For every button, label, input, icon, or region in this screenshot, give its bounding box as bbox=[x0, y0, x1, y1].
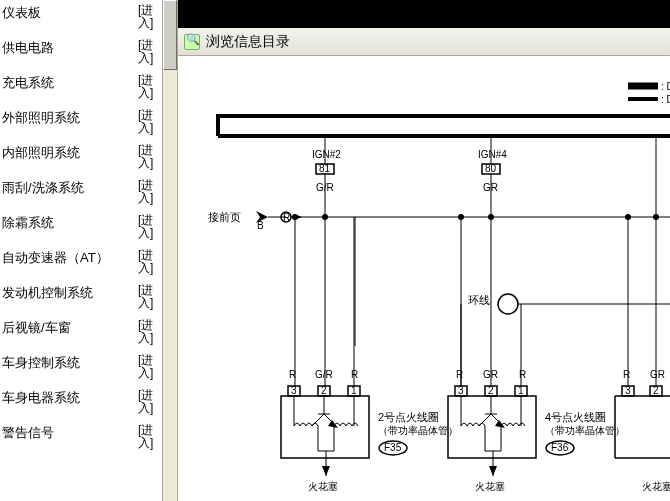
svg-text:1: 1 bbox=[518, 385, 524, 396]
coil2-title: 2号点火线圈 bbox=[378, 411, 439, 423]
sidebar-item-label: 自动变速器（AT） bbox=[2, 249, 109, 267]
svg-point-21 bbox=[292, 214, 298, 220]
sidebar-item-label: 发动机控制系统 bbox=[2, 284, 93, 302]
coil4-sub: （带功率晶体管） bbox=[545, 425, 625, 436]
sidebar-item-charging[interactable]: 充电系统[进入] bbox=[0, 70, 162, 105]
pin-label-r2: R bbox=[351, 369, 358, 380]
svg-text:火花塞: 火花塞 bbox=[642, 481, 670, 492]
svg-text:3: 3 bbox=[291, 385, 297, 396]
sidebar-item-body-elec[interactable]: 车身电器系统[进入] bbox=[0, 385, 162, 420]
sidebar-item-power[interactable]: 供电电路[进入] bbox=[0, 35, 162, 70]
svg-marker-34 bbox=[328, 420, 338, 428]
pin-81: 81 bbox=[319, 163, 331, 174]
svg-marker-67 bbox=[489, 466, 497, 476]
svg-text:2: 2 bbox=[653, 385, 659, 396]
coil-partial: R GR 3 2 火花塞 bbox=[615, 214, 670, 492]
legend-d: : D bbox=[661, 81, 670, 92]
coil-4-group: R GR R 3 2 1 4号点火 bbox=[448, 214, 625, 492]
label-gr-1: G/R bbox=[316, 182, 334, 193]
svg-text:3: 3 bbox=[458, 385, 464, 396]
sidebar-item-label: 仪表板 bbox=[2, 4, 41, 22]
sidebar-scrollbar[interactable] bbox=[162, 0, 178, 501]
sidebar-item-label: 警告信号 bbox=[2, 424, 54, 442]
sidebar-item-label: 车身电器系统 bbox=[2, 389, 80, 407]
sidebar-item-link[interactable]: [进入] bbox=[138, 144, 156, 170]
sidebar-item-label: 内部照明系统 bbox=[2, 144, 80, 162]
pin-label-gr2: GR bbox=[483, 369, 498, 380]
sidebar-item-engine[interactable]: 发动机控制系统[进入] bbox=[0, 280, 162, 315]
sidebar-item-link[interactable]: [进入] bbox=[138, 284, 156, 310]
svg-line-59 bbox=[479, 414, 491, 426]
sidebar-item-label: 供电电路 bbox=[2, 39, 54, 57]
sidebar-item-int-lighting[interactable]: 内部照明系统[进入] bbox=[0, 140, 162, 175]
svg-marker-60 bbox=[495, 420, 505, 428]
label-r-conn: R bbox=[283, 212, 290, 223]
browse-header: 浏览信息目录 bbox=[178, 28, 670, 56]
sidebar: 仪表板[进入] 供电电路[进入] 充电系统[进入] 外部照明系统[进入] 内部照… bbox=[0, 0, 162, 501]
svg-text:3: 3 bbox=[625, 385, 631, 396]
svg-text:1: 1 bbox=[351, 385, 357, 396]
svg-text:2: 2 bbox=[488, 385, 494, 396]
label-ign4: IGN#4 bbox=[478, 149, 507, 160]
main-panel: 浏览信息目录 : D : D IGN#2 81 G/R IGN#4 80 GR bbox=[178, 0, 670, 501]
search-icon bbox=[184, 34, 200, 50]
sidebar-item-link[interactable]: [进入] bbox=[138, 389, 156, 415]
legend-d2: : D bbox=[661, 94, 670, 105]
pin-label-r3: R bbox=[456, 369, 463, 380]
sidebar-item-link[interactable]: [进入] bbox=[138, 39, 156, 65]
coil-2-group: R G/R R 3 2 1 bbox=[281, 214, 458, 492]
wiring-diagram: : D : D IGN#2 81 G/R IGN#4 80 GR 接前页 bbox=[178, 56, 670, 501]
fuse-f36: F36 bbox=[551, 442, 569, 453]
svg-text:GR: GR bbox=[650, 369, 665, 380]
sidebar-item-at[interactable]: 自动变速器（AT）[进入] bbox=[0, 245, 162, 280]
sidebar-item-link[interactable]: [进入] bbox=[138, 319, 156, 345]
spark-plug-4: 火花塞 bbox=[475, 481, 505, 492]
sidebar-item-dashboard[interactable]: 仪表板[进入] bbox=[0, 0, 162, 35]
coil2-sub: （带功率晶体管） bbox=[378, 425, 458, 436]
sidebar-item-label: 雨刮/洗涤系统 bbox=[2, 179, 84, 197]
sidebar-item-wiper[interactable]: 雨刮/洗涤系统[进入] bbox=[0, 175, 162, 210]
pin-label-r: R bbox=[289, 369, 296, 380]
label-gr-2: GR bbox=[483, 182, 498, 193]
sidebar-item-label: 车身控制系统 bbox=[2, 354, 80, 372]
svg-marker-41 bbox=[322, 466, 330, 476]
header-title: 浏览信息目录 bbox=[206, 33, 290, 51]
sidebar-item-link[interactable]: [进入] bbox=[138, 109, 156, 135]
svg-text:R: R bbox=[623, 369, 630, 380]
sidebar-item-ext-lighting[interactable]: 外部照明系统[进入] bbox=[0, 105, 162, 140]
sidebar-item-label: 充电系统 bbox=[2, 74, 54, 92]
coil4-title: 4号点火线圈 bbox=[545, 411, 606, 423]
sidebar-item-mirror[interactable]: 后视镜/车窗[进入] bbox=[0, 315, 162, 350]
sidebar-item-label: 后视镜/车窗 bbox=[2, 319, 71, 337]
sidebar-item-link[interactable]: [进入] bbox=[138, 74, 156, 100]
svg-point-48 bbox=[458, 214, 464, 220]
sidebar-item-link[interactable]: [进入] bbox=[138, 179, 156, 205]
scrollbar-thumb[interactable] bbox=[163, 0, 177, 70]
spark-plug-2: 火花塞 bbox=[308, 481, 338, 492]
top-black-bar bbox=[178, 0, 670, 28]
svg-line-33 bbox=[312, 414, 324, 426]
sidebar-item-label: 外部照明系统 bbox=[2, 109, 80, 127]
sidebar-item-link[interactable]: [进入] bbox=[138, 424, 156, 450]
svg-point-70 bbox=[625, 214, 631, 220]
prev-page-label: 接前页 bbox=[208, 211, 241, 223]
label-ign2: IGN#2 bbox=[312, 149, 341, 160]
pin-label-gr: G/R bbox=[315, 369, 333, 380]
sidebar-item-link[interactable]: [进入] bbox=[138, 354, 156, 380]
fuse-f35: F35 bbox=[384, 442, 402, 453]
svg-point-15 bbox=[498, 294, 518, 314]
sidebar-item-label: 除霜系统 bbox=[2, 214, 54, 232]
sidebar-item-link[interactable]: [进入] bbox=[138, 4, 156, 30]
sidebar-item-defrost[interactable]: 除霜系统[进入] bbox=[0, 210, 162, 245]
pin-80: 80 bbox=[485, 163, 497, 174]
sidebar-item-body-ctrl[interactable]: 车身控制系统[进入] bbox=[0, 350, 162, 385]
pin-label-r4: R bbox=[519, 369, 526, 380]
sidebar-item-link[interactable]: [进入] bbox=[138, 214, 156, 240]
sidebar-item-link[interactable]: [进入] bbox=[138, 249, 156, 275]
svg-text:2: 2 bbox=[321, 385, 327, 396]
ring-label: 环线 bbox=[468, 294, 490, 306]
sidebar-item-warning[interactable]: 警告信号[进入] bbox=[0, 420, 162, 455]
label-b: B bbox=[257, 220, 264, 231]
